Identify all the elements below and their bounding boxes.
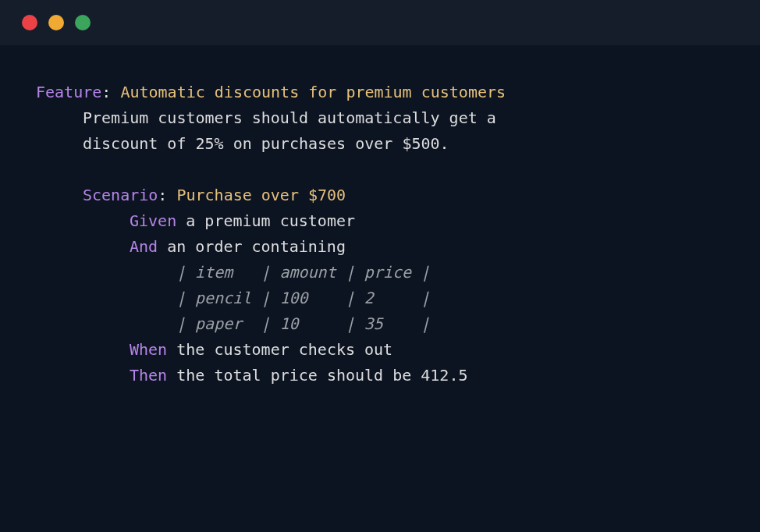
feature-line: Feature: Automatic discounts for premium…	[36, 80, 724, 105]
when-keyword: When	[130, 340, 167, 359]
feature-title: Automatic discounts for premium customer…	[120, 83, 506, 101]
then-keyword: Then	[130, 366, 167, 385]
then-line: Then the total price should be 412.5	[36, 363, 724, 388]
then-text: the total price should be 412.5	[176, 366, 467, 385]
feature-keyword: Feature	[36, 83, 101, 101]
close-icon[interactable]	[22, 15, 37, 30]
code-block: Feature: Automatic discounts for premium…	[0, 45, 760, 423]
given-keyword: Given	[130, 211, 176, 230]
table-row: | item | amount | price |	[36, 260, 724, 286]
when-line: When the customer checks out	[36, 337, 724, 363]
scenario-line: Scenario: Purchase over $700	[36, 183, 724, 208]
description-line: discount of 25% on purchases over $500.	[36, 131, 724, 157]
blank-line	[36, 157, 724, 183]
window-titlebar	[0, 0, 760, 45]
maximize-icon[interactable]	[75, 15, 91, 30]
scenario-keyword: Scenario	[83, 186, 158, 204]
and-text: an order containing	[167, 237, 346, 256]
table-row: | paper | 10 | 35 |	[36, 311, 724, 337]
table-row: | pencil | 100 | 2 |	[36, 286, 724, 311]
description-line: Premium customers should automatically g…	[36, 105, 724, 131]
and-keyword: And	[130, 237, 158, 256]
when-text: the customer checks out	[176, 340, 392, 359]
minimize-icon[interactable]	[48, 15, 64, 30]
given-text: a premium customer	[186, 211, 355, 230]
scenario-title: Purchase over $700	[176, 186, 346, 204]
and-line: And an order containing	[36, 234, 724, 260]
given-line: Given a premium customer	[36, 208, 724, 234]
